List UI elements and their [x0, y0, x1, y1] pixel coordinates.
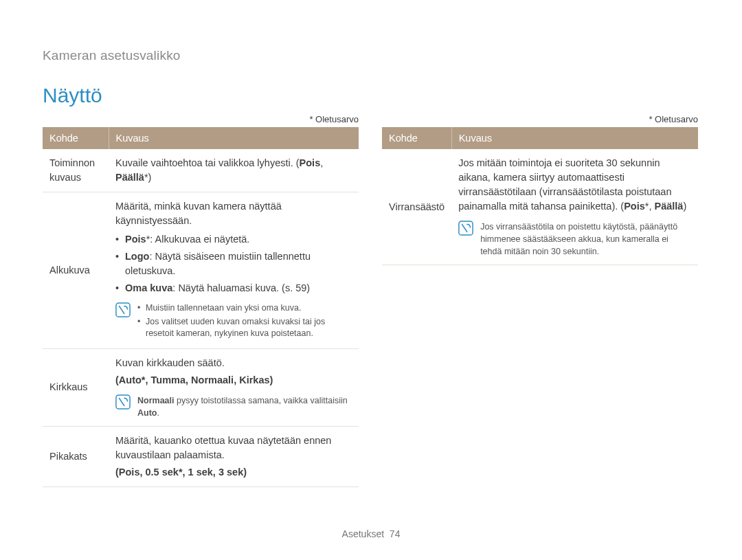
row-label-pikakats: Pikakats — [43, 427, 109, 487]
list-item: Pois*: Alkukuvaa ei näytetä. — [115, 232, 352, 247]
note-content: Normaali pysyy toistotilassa samana, vai… — [137, 394, 352, 419]
manual-page: Kameran asetusvalikko Näyttö * Oletusarv… — [0, 0, 742, 560]
default-note-right: * Oletusarvo — [382, 114, 698, 124]
row-desc: Määritä, minkä kuvan kamera näyttää käyn… — [109, 192, 359, 349]
list-item: Oma kuva: Näytä haluamasi kuva. (s. 59) — [115, 281, 352, 295]
note-content: Jos virransäästötila on poistettu käytös… — [480, 221, 691, 258]
text: *, — [645, 201, 655, 212]
option-paalla: Päällä — [115, 172, 144, 183]
row-label-virransaasto: Virransäästö — [382, 149, 451, 265]
option-pois: Pois — [624, 201, 645, 212]
options-text: (Pois, 0.5 sek*, 1 sek, 3 sek) — [115, 465, 352, 480]
settings-table-right: Kohde Kuvaus Virransäästö Jos mitään toi… — [382, 127, 698, 265]
option-pois: Pois — [300, 157, 321, 168]
note-item: Muistiin tallennetaan vain yksi oma kuva… — [137, 302, 352, 314]
option-paalla: Päällä — [654, 201, 683, 212]
note-text: Jos virransäästötila on poistettu käytös… — [480, 222, 677, 256]
row-label-kirkkaus: Kirkkaus — [43, 348, 109, 426]
table-row: Alkukuva Määritä, minkä kuvan kamera näy… — [43, 192, 359, 349]
option-name: Logo — [125, 251, 149, 262]
intro-text: Määritä, kauanko otettua kuvaa näytetään… — [115, 434, 352, 462]
note-box: Normaali pysyy toistotilassa samana, vai… — [115, 394, 352, 419]
table-row: Pikakats Määritä, kauanko otettua kuvaa … — [43, 427, 359, 487]
option-name: Oma kuva — [125, 282, 172, 293]
note-box: Jos virransäästötila on poistettu käytös… — [458, 221, 691, 258]
note-item: Jos valitset uuden kuvan omaksi kuvaksi … — [137, 316, 352, 339]
options-text: (Auto*, Tumma, Normaali, Kirkas) — [115, 373, 352, 388]
page-footer: Asetukset 74 — [0, 528, 742, 539]
right-column: * Oletusarvo Kohde Kuvaus Virransäästö J… — [382, 114, 698, 487]
note-text: . — [157, 408, 159, 418]
content-columns: * Oletusarvo Kohde Kuvaus Toiminnon kuva… — [43, 114, 699, 487]
text: , — [320, 157, 323, 168]
table-row: Toiminnon kuvaus Kuvaile vaihtoehtoa tai… — [43, 149, 359, 192]
text: ) — [683, 201, 686, 212]
option-desc: : Näytä haluamasi kuva. (s. 59) — [172, 282, 310, 293]
text: *) — [144, 172, 151, 183]
note-term: Auto — [137, 408, 157, 418]
option-list: Pois*: Alkukuvaa ei näytetä. Logo: Näytä… — [115, 232, 352, 295]
svg-rect-0 — [116, 303, 130, 317]
table-row: Kirkkaus Kuvan kirkkauden säätö. (Auto*,… — [43, 348, 359, 426]
note-text: pysyy toistotilassa samana, vaikka valit… — [175, 396, 348, 405]
col-header-item: Kohde — [43, 127, 109, 149]
row-desc: Määritä, kauanko otettua kuvaa näytetään… — [109, 427, 359, 487]
row-label-toiminnon-kuvaus: Toiminnon kuvaus — [43, 149, 109, 192]
note-icon — [115, 394, 131, 419]
row-desc: Jos mitään toimintoja ei suoriteta 30 se… — [451, 149, 698, 265]
option-name: Pois — [125, 234, 146, 245]
row-desc: Kuvan kirkkauden säätö. (Auto*, Tumma, N… — [109, 348, 359, 426]
col-header-desc: Kuvaus — [451, 127, 698, 149]
list-item: Logo: Näytä sisäiseen muistiin tallennet… — [115, 249, 352, 278]
page-title: Näyttö — [43, 84, 699, 107]
note-content: Muistiin tallennetaan vain yksi oma kuva… — [137, 302, 352, 341]
left-column: * Oletusarvo Kohde Kuvaus Toiminnon kuva… — [43, 114, 359, 487]
table-row: Virransäästö Jos mitään toimintoja ei su… — [382, 149, 698, 265]
svg-rect-1 — [116, 395, 130, 409]
col-header-desc: Kuvaus — [109, 127, 359, 149]
default-note-left: * Oletusarvo — [43, 114, 359, 124]
note-icon — [115, 302, 131, 341]
col-header-item: Kohde — [382, 127, 451, 149]
option-desc: : Näytä sisäiseen muistiin tallennettu o… — [125, 251, 311, 276]
option-desc: *: Alkukuvaa ei näytetä. — [146, 234, 250, 245]
note-box: Muistiin tallennetaan vain yksi oma kuva… — [115, 302, 352, 341]
row-label-alkukuva: Alkukuva — [43, 192, 109, 349]
intro-text: Kuvan kirkkauden säätö. — [115, 356, 352, 370]
note-icon — [458, 221, 473, 258]
intro-text: Määritä, minkä kuvan kamera näyttää käyn… — [115, 199, 352, 228]
text: Kuvaile vaihtoehtoa tai valikkoa lyhyest… — [115, 157, 300, 168]
breadcrumb: Kameran asetusvalikko — [43, 48, 699, 63]
footer-page-number: 74 — [390, 528, 401, 539]
note-term: Normaali — [137, 396, 175, 405]
svg-rect-2 — [459, 221, 473, 235]
settings-table-left: Kohde Kuvaus Toiminnon kuvaus Kuvaile va… — [43, 127, 359, 487]
footer-section: Asetukset — [342, 528, 384, 539]
row-desc: Kuvaile vaihtoehtoa tai valikkoa lyhyest… — [109, 149, 359, 192]
